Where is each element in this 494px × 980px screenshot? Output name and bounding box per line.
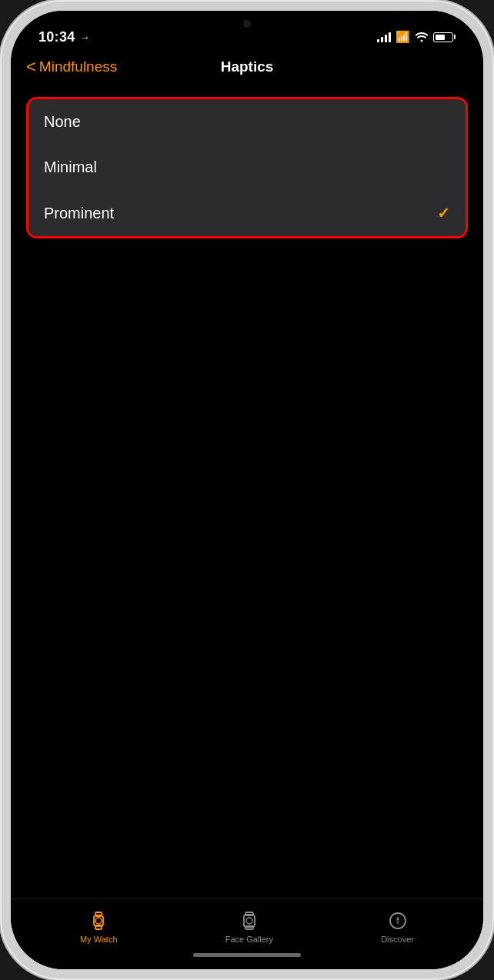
main-content: None Minimal Prominent ✓ bbox=[11, 85, 483, 498]
notch bbox=[178, 11, 316, 37]
tab-discover-label: Discover bbox=[381, 935, 414, 944]
svg-rect-3 bbox=[95, 925, 102, 929]
signal-bar-1 bbox=[377, 39, 379, 42]
wifi-icon-svg bbox=[415, 32, 429, 42]
speaker-dot bbox=[243, 20, 251, 28]
face-gallery-icon bbox=[239, 910, 260, 932]
battery-icon bbox=[433, 32, 456, 42]
option-none[interactable]: None bbox=[28, 99, 466, 145]
page-title: Haptics bbox=[221, 58, 274, 75]
screen: 10:34 → 📶 bbox=[11, 11, 483, 969]
wifi-icon: 📶 bbox=[396, 30, 410, 44]
options-list: None Minimal Prominent ✓ bbox=[26, 97, 468, 238]
status-time: 10:34 bbox=[38, 29, 75, 45]
svg-rect-5 bbox=[244, 915, 255, 927]
spacer bbox=[11, 498, 483, 898]
tab-discover[interactable]: Discover bbox=[365, 907, 429, 947]
option-minimal[interactable]: Minimal bbox=[28, 145, 466, 190]
signal-bar-4 bbox=[389, 32, 391, 42]
tab-face-gallery[interactable]: Face Gallery bbox=[210, 907, 289, 947]
svg-rect-6 bbox=[245, 912, 253, 915]
back-button[interactable]: < Mindfulness bbox=[26, 58, 117, 75]
svg-point-0 bbox=[421, 40, 423, 42]
option-minimal-label: Minimal bbox=[44, 158, 97, 176]
discover-icon bbox=[387, 910, 409, 932]
back-label: Mindfulness bbox=[39, 58, 117, 75]
my-watch-icon bbox=[88, 910, 109, 932]
nav-bar: < Mindfulness Haptics bbox=[11, 52, 483, 85]
svg-rect-7 bbox=[245, 926, 253, 929]
tab-my-watch-label: My Watch bbox=[80, 935, 118, 944]
location-icon: → bbox=[80, 32, 90, 43]
home-bar bbox=[193, 953, 301, 957]
svg-point-4 bbox=[95, 918, 102, 924]
signal-bars bbox=[377, 32, 391, 42]
status-icons: 📶 bbox=[377, 30, 456, 44]
home-indicator bbox=[11, 947, 483, 969]
option-none-label: None bbox=[44, 113, 81, 131]
svg-point-8 bbox=[246, 918, 252, 924]
tab-my-watch[interactable]: My Watch bbox=[65, 907, 133, 947]
svg-marker-11 bbox=[396, 921, 399, 925]
svg-marker-10 bbox=[396, 916, 399, 921]
tab-bar: My Watch Face Gallery bbox=[11, 898, 483, 947]
tab-face-gallery-label: Face Gallery bbox=[225, 935, 273, 944]
option-prominent[interactable]: Prominent ✓ bbox=[28, 190, 466, 236]
phone-shell: 10:34 → 📶 bbox=[0, 0, 494, 980]
phone-inner: 10:34 → 📶 bbox=[11, 11, 483, 969]
signal-bar-3 bbox=[385, 35, 387, 42]
check-mark-icon: ✓ bbox=[437, 204, 450, 222]
back-chevron-icon: < bbox=[26, 58, 36, 75]
svg-rect-2 bbox=[95, 912, 102, 916]
signal-bar-2 bbox=[381, 37, 383, 42]
option-prominent-label: Prominent bbox=[44, 205, 114, 222]
svg-point-9 bbox=[390, 913, 406, 928]
